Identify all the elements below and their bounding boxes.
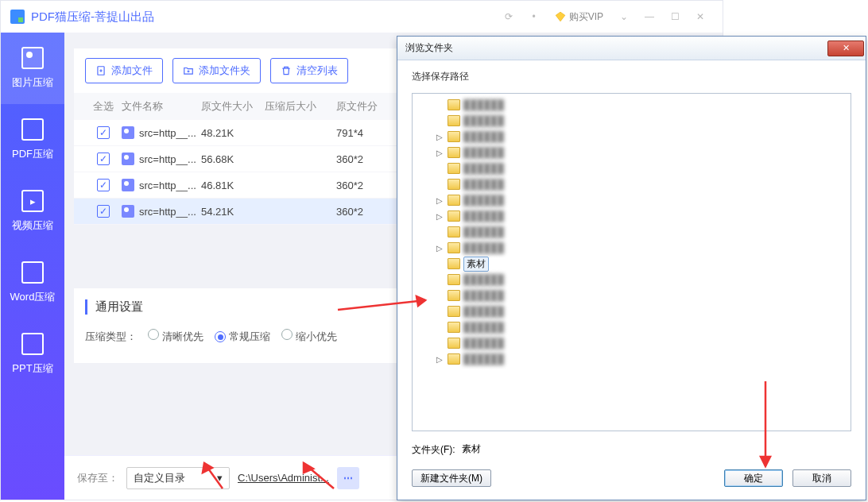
expand-icon[interactable]: ▷ (435, 212, 444, 221)
folder-label: ██████ (463, 115, 504, 126)
row-checkbox[interactable] (97, 126, 110, 139)
browse-folder-dialog: 浏览文件夹 ✕ 选择保存路径 ████████████▷██████▷█████… (397, 36, 866, 500)
folder-icon (448, 163, 460, 174)
select-all-link[interactable]: 全选 (93, 99, 114, 114)
ppt-icon (21, 333, 44, 355)
file-name: src=http__... (139, 153, 196, 165)
tree-node[interactable]: ▷██████ (414, 145, 849, 160)
expand-icon[interactable]: ▷ (435, 196, 444, 205)
dot-icon: • (526, 9, 542, 25)
tree-node[interactable]: ██████ (414, 97, 849, 113)
folder-icon (448, 131, 460, 142)
folder-icon (448, 338, 460, 349)
cancel-button[interactable]: 取消 (792, 469, 851, 487)
sidebar-item-ppt[interactable]: PPT压缩 (1, 319, 64, 390)
row-checkbox[interactable] (97, 153, 110, 165)
minimize-icon[interactable]: — (641, 9, 657, 25)
folder-label: ██████ (463, 338, 504, 349)
sidebar-item-video[interactable]: ▸ 视频压缩 (1, 176, 64, 247)
dialog-close-button[interactable]: ✕ (827, 41, 864, 56)
folder-label: ██████ (463, 147, 504, 158)
folder-label: ██████ (463, 195, 504, 206)
tree-node[interactable]: ▷██████ (414, 208, 849, 224)
tree-node[interactable]: ██████ (414, 288, 849, 303)
tree-node[interactable]: 素材 (414, 256, 849, 272)
folder-icon (448, 290, 460, 301)
word-icon (21, 261, 44, 284)
file-icon (122, 205, 134, 218)
folder-label: ██████ (463, 210, 504, 222)
tree-node[interactable]: ██████ (414, 224, 849, 240)
tree-node[interactable]: ▷██████ (414, 129, 849, 145)
folder-label: ██████ (463, 242, 504, 253)
ok-button[interactable]: 确定 (724, 469, 783, 487)
folder-label: ██████ (463, 179, 504, 190)
menu-icon[interactable]: ⌄ (616, 9, 632, 25)
folder-label: ██████ (463, 163, 504, 174)
sidebar-item-label: 视频压缩 (12, 218, 53, 233)
maximize-icon[interactable]: ☐ (667, 9, 683, 25)
expand-icon[interactable]: ▷ (435, 244, 444, 253)
col-orig: 原文件大小 (201, 99, 265, 114)
folder-name-input[interactable] (462, 442, 851, 457)
sidebar-item-label: PPT压缩 (12, 361, 52, 376)
save-mode-select[interactable]: 自定义目录 ▾ (126, 467, 230, 489)
radio-normal[interactable] (215, 331, 226, 342)
save-path-link[interactable]: C:\Users\Administ... (238, 472, 329, 484)
svg-marker-0 (556, 12, 565, 21)
folder-icon (448, 258, 460, 269)
tree-node[interactable]: ██████ (414, 113, 849, 129)
title-bar: PDF猫压缩-菩提山出品 ⟳ • 购买VIP ⌄ — ☐ ✕ (1, 1, 723, 33)
diamond-icon (555, 11, 566, 22)
clear-list-button[interactable]: 清空列表 (270, 58, 348, 83)
file-icon (122, 179, 134, 191)
folder-icon (448, 179, 460, 190)
radio-small[interactable] (281, 329, 293, 340)
tree-node[interactable]: ▷██████ (414, 240, 849, 256)
orig-size: 48.21K (201, 127, 265, 139)
dialog-title-bar: 浏览文件夹 ✕ (397, 37, 866, 60)
tree-node[interactable]: ██████ (414, 176, 849, 192)
new-folder-button[interactable]: 新建文件夹(M) (412, 469, 491, 487)
tree-node[interactable]: ▷██████ (414, 351, 849, 367)
folder-icon (448, 99, 460, 110)
app-logo-icon (10, 10, 25, 24)
expand-icon[interactable]: ▷ (435, 149, 444, 157)
folder-label: ██████ (463, 322, 504, 333)
image-icon (21, 47, 44, 69)
tree-node[interactable]: ██████ (414, 335, 849, 351)
tree-node[interactable]: ██████ (414, 272, 849, 288)
folder-icon (448, 210, 460, 222)
chevron-down-icon: ▾ (217, 472, 223, 484)
folder-label: ██████ (463, 290, 504, 301)
add-file-button[interactable]: 添加文件 (85, 58, 163, 83)
add-folder-button[interactable]: 添加文件夹 (172, 58, 261, 83)
tree-node[interactable]: ██████ (414, 160, 849, 176)
row-checkbox[interactable] (97, 205, 110, 218)
close-icon[interactable]: ✕ (692, 9, 708, 25)
folder-icon (448, 274, 460, 285)
tree-node[interactable]: ██████ (414, 319, 849, 335)
folder-label: ██████ (463, 274, 504, 285)
radio-clear[interactable] (148, 329, 159, 340)
dialog-title: 浏览文件夹 (405, 41, 453, 55)
folder-tree-scroll[interactable]: ████████████▷██████▷██████████████████▷█… (413, 94, 851, 431)
browse-button[interactable]: ⋯ (337, 467, 359, 489)
buy-vip-link[interactable]: 购买VIP (555, 10, 603, 24)
sidebar-item-image[interactable]: 图片压缩 (1, 33, 64, 104)
orig-size: 54.21K (201, 206, 265, 218)
sidebar-item-pdf[interactable]: PDF压缩 (1, 104, 64, 176)
tree-node[interactable]: ██████ (414, 303, 849, 319)
folder-icon (448, 147, 460, 158)
refresh-icon[interactable]: ⟳ (501, 9, 517, 25)
folder-icon (448, 306, 460, 317)
expand-icon[interactable]: ▷ (435, 355, 444, 364)
row-checkbox[interactable] (97, 179, 110, 191)
expand-icon[interactable]: ▷ (435, 133, 444, 141)
sidebar-item-word[interactable]: Word压缩 (1, 247, 64, 319)
tree-node[interactable]: ▷██████ (414, 192, 849, 208)
folder-label: ██████ (463, 306, 504, 317)
folder-label: ██████ (463, 99, 504, 110)
save-to-label: 保存至： (77, 471, 118, 485)
folder-field-label: 文件夹(F): (412, 443, 455, 457)
